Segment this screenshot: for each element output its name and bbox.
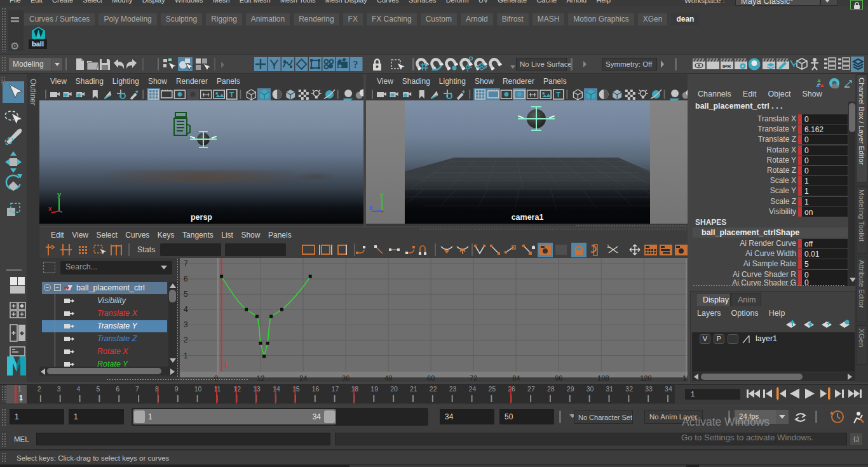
svg-text:12: 12 [257, 375, 264, 381]
svg-text:25: 25 [488, 385, 496, 393]
svg-text:21: 21 [410, 385, 417, 393]
svg-text:33: 33 [645, 385, 653, 393]
svg-text:12: 12 [233, 385, 241, 393]
svg-text:32: 32 [625, 385, 633, 393]
svg-text:22: 22 [430, 385, 437, 393]
svg-text:6: 6 [116, 385, 119, 393]
svg-text:x: x [48, 205, 52, 212]
svg-text:6: 6 [184, 274, 188, 283]
svg-text:36: 36 [342, 375, 349, 381]
svg-text:1: 1 [18, 385, 22, 393]
svg-text:26: 26 [508, 385, 515, 393]
svg-text:7: 7 [135, 385, 139, 393]
svg-text:30: 30 [587, 385, 594, 393]
svg-text:120: 120 [640, 375, 651, 381]
svg-text:1: 1 [19, 394, 23, 402]
svg-text:3: 3 [57, 385, 61, 393]
svg-text:7: 7 [184, 259, 188, 268]
svg-text:5: 5 [184, 290, 188, 299]
svg-text:84: 84 [512, 375, 520, 381]
svg-text:IPR: IPR [722, 64, 731, 69]
svg-text:?: ? [353, 59, 358, 70]
svg-text:5: 5 [96, 385, 100, 393]
svg-text:T: T [229, 91, 234, 98]
svg-text:y: y [380, 191, 384, 198]
svg-text:16: 16 [312, 385, 320, 393]
svg-text:19: 19 [370, 385, 378, 393]
svg-text:4: 4 [184, 305, 188, 314]
svg-text:24: 24 [299, 375, 307, 381]
svg-text:10: 10 [194, 385, 202, 393]
svg-text:2: 2 [37, 385, 41, 393]
svg-text:z: z [369, 204, 372, 211]
svg-text:27: 27 [527, 385, 535, 393]
svg-text:28: 28 [547, 385, 555, 393]
svg-text:9: 9 [175, 385, 179, 393]
svg-text:T: T [556, 91, 560, 98]
svg-text:48: 48 [384, 375, 392, 381]
svg-text:34: 34 [665, 385, 672, 393]
svg-text:96: 96 [555, 375, 562, 381]
svg-text:20: 20 [390, 385, 398, 393]
svg-text:y: y [57, 191, 62, 198]
svg-text:108: 108 [597, 375, 609, 381]
svg-text:11: 11 [214, 385, 221, 393]
svg-text:31: 31 [606, 385, 614, 393]
svg-text:18: 18 [351, 385, 358, 393]
svg-text:3: 3 [184, 320, 188, 329]
svg-text:2: 2 [184, 335, 188, 344]
svg-text:24: 24 [469, 385, 477, 393]
svg-text:14: 14 [273, 385, 280, 393]
svg-text:72: 72 [470, 375, 477, 381]
svg-text:4: 4 [77, 385, 81, 393]
svg-text:60: 60 [427, 375, 435, 381]
svg-text:Stats: Stats [137, 245, 156, 254]
svg-text:23: 23 [449, 385, 457, 393]
svg-text:17: 17 [332, 385, 339, 393]
svg-text:13: 13 [253, 385, 261, 393]
svg-text:1: 1 [607, 244, 609, 248]
svg-text:15: 15 [292, 385, 300, 393]
svg-text:29: 29 [567, 385, 574, 393]
svg-text:1: 1 [184, 351, 188, 360]
svg-text:1: 1 [224, 361, 228, 369]
